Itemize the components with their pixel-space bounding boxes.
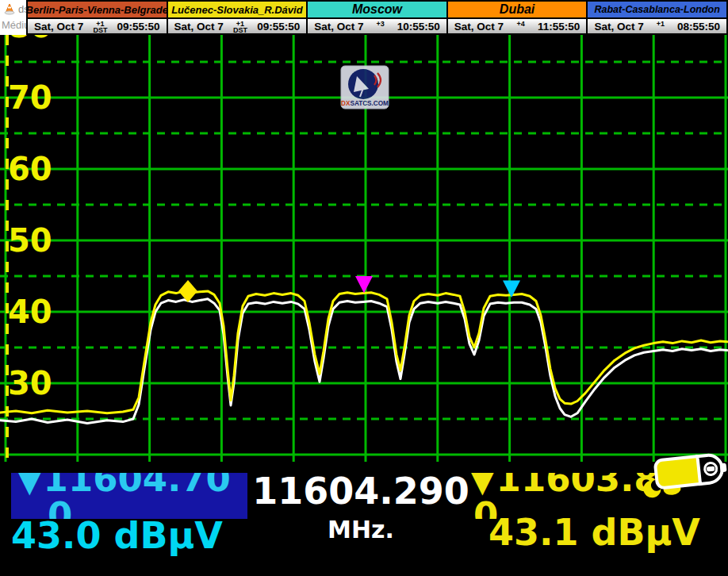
clock-time: 11:55:50 — [538, 21, 580, 33]
clock-panel: Berlin-Paris-Vienna-BelgradeSat, Oct 7+1… — [26, 2, 167, 33]
center-frequency-unit: MHz. — [238, 516, 484, 543]
readout-panel: ▼11604.70 0 43.0 dBµV 11604.290 MHz. ▼11… — [0, 462, 728, 576]
clock-panel: Rabat-Casablanca-LondonSat, Oct 7+108:55… — [586, 2, 728, 33]
clock-time-row: Sat, Oct 7+310:55:50 — [308, 17, 446, 33]
svg-text:40: 40 — [8, 294, 52, 330]
svg-text:80: 80 — [8, 35, 52, 44]
clock-city-label: Rabat-Casablanca-London — [588, 2, 726, 17]
battery-icon — [639, 452, 728, 505]
clock-panel: DubaiSat, Oct 7+411:55:50 — [446, 2, 587, 33]
clock-date: Sat, Oct 7 — [314, 21, 363, 33]
clock-city-label: Dubai — [448, 2, 587, 17]
clock-time: 09:55:50 — [257, 21, 300, 33]
center-frequency-value: 11604.290 — [238, 470, 484, 513]
clock-panel: MoscowSat, Oct 7+310:55:50 — [306, 2, 446, 33]
svg-text:30: 30 — [8, 365, 52, 401]
utc-offset: +1DST — [233, 21, 247, 33]
utc-offset: +1 — [657, 21, 665, 27]
clock-date: Sat, Oct 7 — [594, 21, 643, 33]
cyan-marker-frequency-value: ▼11604.70 — [11, 473, 247, 497]
logo-text-dx: DX — [341, 100, 351, 107]
clock-city-label: Moscow — [308, 2, 446, 17]
clock-time-row: Sat, Oct 7+1DST09:55:50 — [168, 17, 307, 33]
world-clock-bar: Berlin-Paris-Vienna-BelgradeSat, Oct 7+1… — [26, 0, 728, 35]
clock-panel: Lučenec-Slovakia_R.DávidSat, Oct 7+1DST0… — [167, 2, 307, 33]
vlc-cone-icon — [3, 2, 16, 19]
yellow-marker-level: 43.1 dBµV — [489, 511, 700, 554]
svg-text:DXSATCS.COM: DXSATCS.COM — [341, 100, 389, 107]
clock-time-row: Sat, Oct 7+1DST09:55:50 — [28, 17, 167, 33]
clock-time: 10:55:50 — [397, 21, 440, 33]
satellite-analyzer-screen: ds Médiu Berlin-Paris-Vienna-BelgradeSat… — [0, 0, 728, 576]
clock-city-label: Lučenec-Slovakia_R.Dávid — [168, 2, 307, 17]
dxsatcs-logo: DXSATCS.COM — [340, 65, 389, 113]
clock-date: Sat, Oct 7 — [454, 21, 504, 33]
clock-time-row: Sat, Oct 7+411:55:50 — [448, 17, 587, 33]
cyan-marker-level: 43.0 dBµV — [11, 514, 223, 557]
clock-city-label: Berlin-Paris-Vienna-Belgrade — [28, 2, 167, 17]
clock-time: 08:55:50 — [677, 21, 720, 33]
utc-offset: +4 — [516, 21, 524, 27]
svg-text:60: 60 — [8, 151, 52, 187]
clock-date: Sat, Oct 7 — [34, 21, 83, 33]
utc-offset: +1DST — [93, 21, 107, 33]
svg-text:70: 70 — [8, 79, 52, 116]
svg-text:50: 50 — [8, 222, 52, 259]
clock-date: Sat, Oct 7 — [174, 21, 224, 33]
clock-time: 09:55:50 — [117, 21, 160, 33]
logo-text-rest: SATCS.COM — [350, 100, 389, 107]
clock-time-row: Sat, Oct 7+108:55:50 — [588, 17, 726, 33]
utc-offset: +3 — [376, 21, 384, 27]
cyan-marker-frequency-field[interactable]: ▼11604.70 0 — [11, 473, 247, 519]
